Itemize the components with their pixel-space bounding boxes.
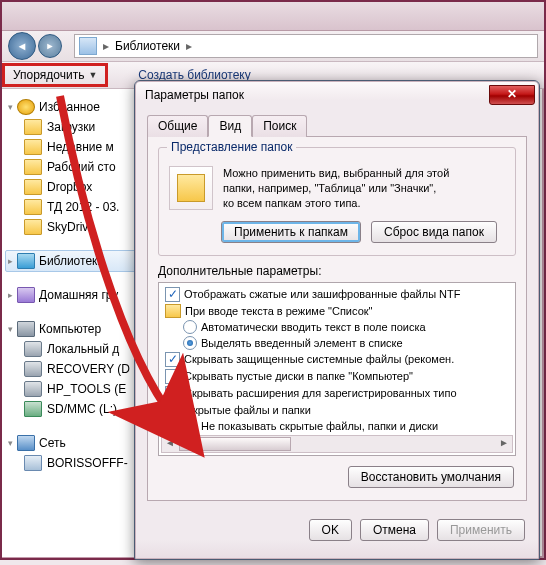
- nav-forward-button[interactable]: [38, 34, 62, 58]
- restore-defaults-button[interactable]: Восстановить умолчания: [348, 466, 514, 488]
- tab-search[interactable]: Поиск: [252, 115, 307, 137]
- chevron-right-icon: ▸: [103, 39, 109, 53]
- nav-back-button[interactable]: [8, 32, 36, 60]
- tabs: Общие Вид Поиск: [147, 115, 527, 137]
- organize-label: Упорядочить: [13, 68, 84, 82]
- libraries-icon: [79, 37, 97, 55]
- scroll-left-icon[interactable]: ◄: [162, 436, 178, 452]
- opt-dont-show-hidden[interactable]: Не показывать скрытые файлы, папки и дис…: [161, 418, 513, 434]
- expand-icon: ▾: [8, 438, 13, 448]
- radio-icon[interactable]: [183, 320, 197, 334]
- chevron-right-icon: ▸: [186, 39, 192, 53]
- opt-hide-empty-drives[interactable]: Скрывать пустые диски в папке "Компьютер…: [161, 368, 513, 385]
- chevron-down-icon: ▼: [88, 70, 97, 80]
- expand-icon: ▾: [8, 324, 13, 334]
- opt-auto-type-search[interactable]: Автоматически вводить текст в поле поиск…: [161, 319, 513, 335]
- drive-icon: [24, 341, 42, 357]
- advanced-settings-label: Дополнительные параметры:: [158, 264, 516, 278]
- opt-hide-protected-os[interactable]: Скрывать защищенные системные файлы (рек…: [161, 351, 513, 368]
- horizontal-scrollbar[interactable]: ◄ ►: [161, 435, 513, 453]
- apply-button[interactable]: Применить: [437, 519, 525, 541]
- tab-view[interactable]: Вид: [208, 115, 252, 137]
- radio-icon[interactable]: [183, 336, 197, 350]
- network-icon: [17, 435, 35, 451]
- network-title: Сеть: [39, 436, 66, 450]
- libraries-icon: [17, 253, 35, 269]
- scroll-thumb[interactable]: [179, 437, 291, 451]
- folder-views-group: Представление папок Можно применить вид,…: [158, 147, 516, 256]
- checkbox-icon[interactable]: [165, 369, 180, 384]
- star-icon: [17, 99, 35, 115]
- expand-icon: ▾: [8, 102, 13, 112]
- breadcrumb-root[interactable]: Библиотеки: [115, 39, 180, 53]
- advanced-settings-tree[interactable]: Отображать сжатые или зашифрованные файл…: [158, 282, 516, 456]
- reset-folders-button[interactable]: Сброс вида папок: [371, 221, 497, 243]
- checkbox-icon[interactable]: [165, 386, 180, 401]
- drive-icon: [24, 381, 42, 397]
- folder-icon: [24, 199, 42, 215]
- checkbox-icon[interactable]: [165, 352, 180, 367]
- libraries-title: Библиотеки: [39, 254, 104, 268]
- expand-icon: ▸: [8, 256, 13, 266]
- homegroup-title: Домашняя гру: [39, 288, 118, 302]
- dialog-body: Общие Вид Поиск Представление папок Можн…: [135, 109, 539, 511]
- dialog-title: Параметры папок: [145, 88, 244, 102]
- dialog-titlebar: Параметры папок ✕: [135, 81, 539, 109]
- tab-general[interactable]: Общие: [147, 115, 208, 137]
- computer-title: Компьютер: [39, 322, 101, 336]
- folder-icon: [24, 119, 42, 135]
- folder-icon: [165, 403, 181, 417]
- opt-hidden-files-folder[interactable]: Скрытые файлы и папки: [161, 402, 513, 418]
- titlebar: [2, 2, 544, 31]
- sdcard-icon: [24, 401, 42, 417]
- folder-icon: [165, 304, 181, 318]
- drive-icon: [24, 361, 42, 377]
- folder-icon: [24, 159, 42, 175]
- pc-icon: [24, 455, 42, 471]
- radio-icon[interactable]: [183, 419, 197, 433]
- folder-icon: [24, 219, 42, 235]
- close-icon: ✕: [507, 87, 517, 101]
- favorites-title: Избранное: [39, 100, 100, 114]
- folder-icon: [24, 179, 42, 195]
- apply-to-folders-button[interactable]: Применить к папкам: [221, 221, 361, 243]
- checkbox-icon[interactable]: [165, 287, 180, 302]
- folder-icon: [24, 139, 42, 155]
- opt-show-ntfs-color[interactable]: Отображать сжатые или зашифрованные файл…: [161, 286, 513, 303]
- ok-button[interactable]: OK: [309, 519, 352, 541]
- folder-views-title: Представление папок: [167, 140, 296, 154]
- address-bar: ▸ Библиотеки ▸: [2, 31, 544, 62]
- tab-panel-view: Представление папок Можно применить вид,…: [147, 136, 527, 501]
- homegroup-icon: [17, 287, 35, 303]
- folder-views-text: Можно применить вид, выбранный для этой …: [223, 166, 449, 211]
- dialog-footer: OK Отмена Применить: [135, 511, 539, 553]
- scroll-right-icon[interactable]: ►: [496, 436, 512, 452]
- folder-options-dialog: Параметры папок ✕ Общие Вид Поиск Предст…: [134, 80, 540, 560]
- close-button[interactable]: ✕: [489, 85, 535, 105]
- address-field[interactable]: ▸ Библиотеки ▸: [74, 34, 538, 58]
- opt-hide-extensions[interactable]: Скрывать расширения для зарегистрированн…: [161, 385, 513, 402]
- opt-list-typing[interactable]: При вводе текста в режиме "Список": [161, 303, 513, 319]
- opt-select-typed-item[interactable]: Выделять введенный элемент в списке: [161, 335, 513, 351]
- expand-icon: ▸: [8, 290, 13, 300]
- folder-view-icon: [169, 166, 213, 210]
- computer-icon: [17, 321, 35, 337]
- organize-button[interactable]: Упорядочить ▼: [2, 63, 108, 87]
- scroll-track[interactable]: [292, 436, 496, 452]
- cancel-button[interactable]: Отмена: [360, 519, 429, 541]
